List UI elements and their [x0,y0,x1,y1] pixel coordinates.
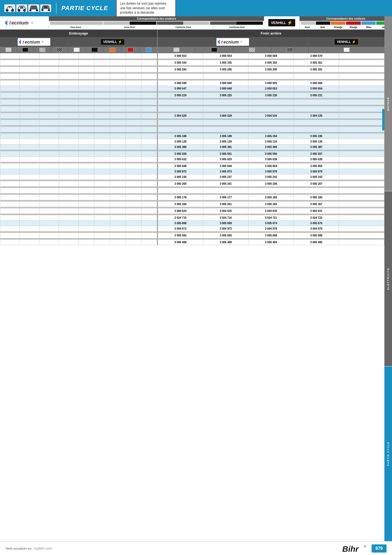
tec-cell [0,127,20,132]
ven-cell [126,169,141,174]
frein-tec-cell: 3 024 722 [294,215,339,221]
frein-title: Frein arrière [158,30,384,37]
table-row [158,74,384,79]
tec-cell [59,93,79,98]
footer: Tarifs actualisés sur mybihr.com Bihr ® … [0,541,392,555]
tec-cell [59,100,79,105]
frein-ven-cell [339,93,384,98]
table-row [0,221,157,226]
frein-tec-cell [203,188,248,193]
ven-cell [110,74,126,79]
tec-cell [20,240,39,245]
color-bar-4 [210,21,263,25]
tec-swatch-1 [5,48,11,52]
frein-tec-cell: 3 005 633 [203,157,248,162]
frein-ven-cell [339,188,384,193]
frein-ven-cell [339,233,384,238]
frein-tec-cell: 3 000 653 [158,53,203,59]
frein-tec-cell: 3 000 605 [248,81,294,86]
ven-cell [79,60,94,66]
svg-text:ecnium: ecnium [11,20,29,26]
tec-cell [20,157,39,162]
content-sections: Embrayage t ecnium ® [0,30,384,245]
tec-cell [20,169,39,174]
tec-cell [59,139,79,144]
ven-cell [110,233,126,238]
color-bar-1 [50,21,103,25]
ven-cell [94,188,110,193]
ven-cell [94,226,110,232]
tec-cell [39,86,59,91]
ven-cell [79,195,94,200]
table-row: 3 004 9723 004 9733 004 9783 004 979 [158,226,384,232]
table-row [0,233,157,238]
frein-ven-cell [339,221,384,226]
ven-cell [79,221,94,226]
tec-col-1 [0,47,17,53]
ven-cell [126,202,141,207]
ven-col-2 [86,47,104,53]
ven-cell [94,60,110,66]
tec-cell [0,113,20,119]
tec-cell [0,106,20,112]
frein-tec-cell: 3 005 699 [294,233,339,238]
note-box: Les durites ne sont pas reprises une foi… [116,0,176,17]
frein-ven-cell [339,164,384,169]
ven-cell [94,164,110,169]
frein-tec-swatch-2 [211,48,217,52]
sidebar-tab-electricite[interactable]: ELECTRICITE [384,191,392,366]
table-row: 3 005 3443 005 3453 005 3503 005 351 [158,60,384,66]
ven-cell [141,164,157,169]
frein-ven-cell [339,208,384,214]
frein-tec-cell: 3 005 267 [294,202,339,207]
frein-tec-cell: 3 005 189 [203,134,248,139]
sidebar-tab-electricite-label: ELECTRICITE [387,268,390,290]
emb-tecnium-header: t ecnium ® [0,37,68,47]
ven-cell [141,100,157,105]
ven-cell [141,67,157,72]
frein-ven-cell [339,226,384,232]
embrayage-data [0,53,157,245]
ven-cell [79,67,94,72]
frein-venhill-text: VENHILL [337,40,351,44]
sidebar-tab-partie-cycle[interactable]: PARTIE CYCLE [384,366,392,541]
tec-cell [0,181,20,187]
tec-cell [20,139,39,144]
frein-ven-cell [339,215,384,221]
tec-cell [39,93,59,98]
table-row [0,195,157,200]
ven-cell [126,181,141,187]
tec-cell [0,188,20,193]
frein-ven-cell [339,67,384,72]
frein-ven-cell [339,53,384,59]
frein-tec-cell [248,74,294,79]
ven-cell [126,164,141,169]
ven-cell [94,106,110,112]
frein-tec-cell [203,106,248,112]
tec-cell [0,208,20,214]
frein-tec-cell: 3 005 675 [294,221,339,226]
svg-point-11 [41,9,43,11]
sidebar-tab-moteur[interactable]: MOTEUR [384,16,392,191]
ven-col-4 [122,47,139,53]
frein-tec-cell: 3 004 528 [158,113,203,119]
table-row [0,188,157,193]
ven-cell [126,93,141,98]
svg-point-2 [11,9,14,12]
ven-swatch-3 [110,48,116,52]
table-row [0,67,157,72]
frein-ven-cols [309,47,384,53]
frein-tec-cell: 3 000 606 [294,81,339,86]
ven-cell [110,134,126,139]
ven-cell [110,120,126,125]
table-row [0,60,157,66]
table-row [158,106,384,112]
frein-tec-cell: 3 000 654 [294,86,339,91]
frein-tec-cell [248,120,294,125]
table-row: 3 005 1283 005 1293 005 1343 005 135 [158,139,384,144]
tec-cell [59,181,79,187]
table-row: 3 005 6323 005 6333 005 6383 005 639 [158,157,384,162]
tec-cell [59,157,79,162]
frein-tecnium-logo: t ecnium ® [216,38,249,46]
frein-tec-cell [158,106,203,112]
